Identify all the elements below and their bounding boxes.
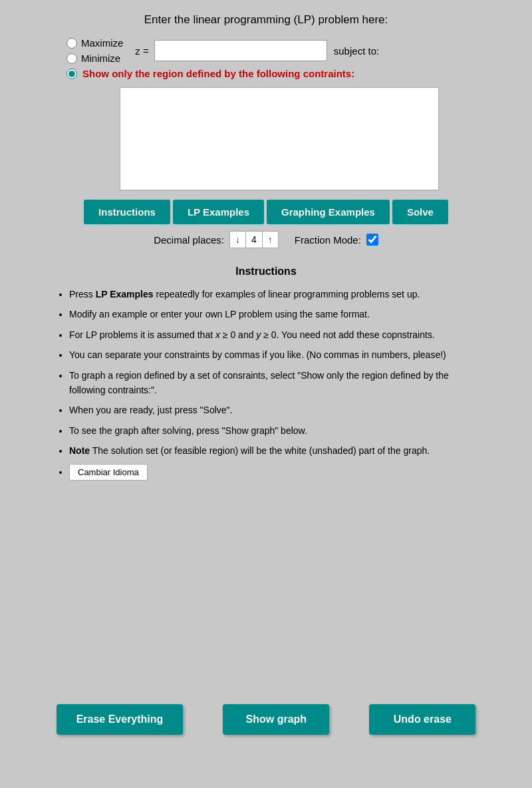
show-region-row: Show only the region defined by the foll… bbox=[66, 68, 519, 79]
decimal-value: 4 bbox=[245, 232, 263, 248]
x-var: x bbox=[215, 329, 220, 340]
instructions-list: Press LP Examples repeatedly for example… bbox=[53, 287, 479, 481]
note-label: Note bbox=[69, 445, 90, 456]
maximize-option[interactable]: Maximize bbox=[66, 37, 123, 49]
graphing-examples-button[interactable]: Graphing Examples bbox=[267, 200, 390, 224]
minimize-radio[interactable] bbox=[66, 53, 77, 64]
list-item: When you are ready, just press "Solve". bbox=[69, 403, 479, 417]
constraints-textarea[interactable] bbox=[120, 87, 439, 190]
list-item: To see the graph after solving, press "S… bbox=[69, 423, 479, 438]
z-equals-label: z = bbox=[135, 45, 148, 57]
decimal-places-label: Decimal places: bbox=[154, 234, 224, 246]
minimize-label: Minimize bbox=[81, 53, 120, 64]
list-item: You can separate your constraints by com… bbox=[69, 347, 479, 362]
list-item: For LP problems it is assumed that x ≥ 0… bbox=[69, 327, 479, 342]
minimize-option[interactable]: Minimize bbox=[66, 53, 123, 64]
lp-examples-button[interactable]: LP Examples bbox=[173, 200, 264, 224]
fraction-mode-checkbox[interactable] bbox=[366, 234, 378, 246]
erase-everything-button[interactable]: Erase Everything bbox=[57, 704, 184, 735]
decimal-stepper: ↓ 4 ↑ bbox=[229, 231, 279, 248]
list-item: Note The solution set (or feasible regio… bbox=[69, 443, 479, 458]
page-title: Enter the linear programming (LP) proble… bbox=[13, 13, 519, 27]
decimal-row: Decimal places: ↓ 4 ↑ Fraction Mode: bbox=[13, 231, 519, 248]
maximize-label: Maximize bbox=[81, 37, 123, 49]
fraction-mode-label: Fraction Mode: bbox=[295, 234, 361, 246]
solve-button[interactable]: Solve bbox=[392, 200, 448, 224]
instructions-button[interactable]: Instructions bbox=[84, 200, 170, 224]
maximize-radio[interactable] bbox=[66, 38, 77, 49]
decimal-down-button[interactable]: ↓ bbox=[230, 232, 245, 248]
list-item: To graph a region defined by a set of co… bbox=[69, 368, 479, 398]
cambiar-idioma-button[interactable]: Cambiar Idioma bbox=[69, 464, 148, 481]
list-item: Press LP Examples repeatedly for example… bbox=[69, 287, 479, 301]
list-item: Cambiar Idioma bbox=[69, 464, 479, 481]
lp-examples-ref: LP Examples bbox=[96, 289, 154, 299]
instructions-section: Instructions Press LP Examples repeatedl… bbox=[13, 259, 519, 492]
bottom-buttons-row: Erase Everything Show graph Undo erase bbox=[0, 704, 532, 735]
y-var: y bbox=[256, 329, 261, 340]
show-region-label: Show only the region defined by the foll… bbox=[82, 68, 354, 79]
decimal-up-button[interactable]: ↑ bbox=[263, 232, 278, 248]
z-input[interactable] bbox=[154, 40, 327, 61]
undo-erase-button[interactable]: Undo erase bbox=[369, 704, 475, 735]
optimization-type-group: Maximize Minimize bbox=[66, 37, 123, 64]
show-graph-button[interactable]: Show graph bbox=[223, 704, 329, 735]
list-item: Modify an example or enter your own LP p… bbox=[69, 307, 479, 321]
show-region-radio[interactable] bbox=[66, 69, 77, 79]
subject-to-label: subject to: bbox=[334, 45, 379, 57]
tab-buttons-row: Instructions LP Examples Graphing Exampl… bbox=[13, 200, 519, 224]
instructions-title: Instructions bbox=[53, 266, 479, 278]
